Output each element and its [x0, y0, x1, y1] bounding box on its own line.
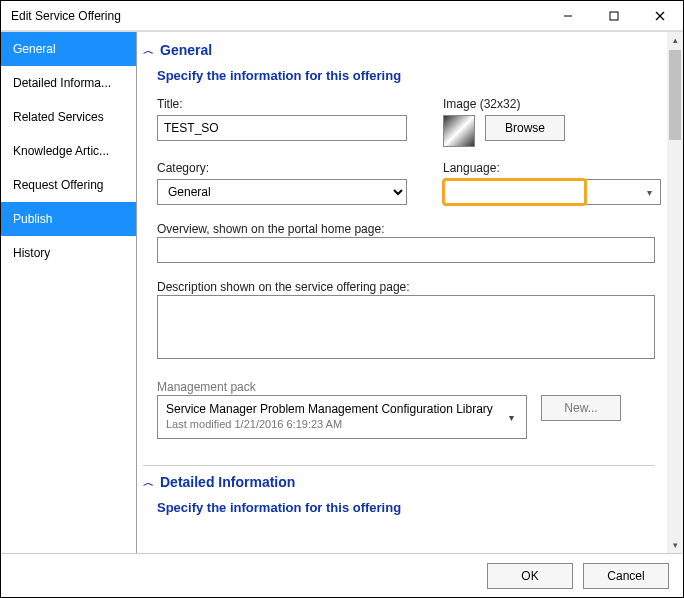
chevron-up-icon: ︿	[143, 43, 154, 58]
new-mp-button[interactable]: New...	[541, 395, 621, 421]
title-label: Title:	[157, 97, 417, 111]
chevron-up-icon: ︿	[143, 475, 154, 490]
scroll-down-icon[interactable]: ▾	[667, 537, 683, 553]
section-subtitle: Specify the information for this offerin…	[143, 494, 655, 523]
language-label: Language:	[443, 161, 661, 175]
management-pack-label: Management pack	[157, 380, 256, 394]
scroll-up-icon[interactable]: ▴	[667, 32, 683, 48]
scrollbar-thumb[interactable]	[669, 50, 681, 140]
svg-rect-1	[610, 12, 618, 20]
section-divider	[143, 465, 655, 466]
section-subtitle: Specify the information for this offerin…	[143, 62, 655, 97]
description-input[interactable]	[157, 295, 655, 359]
sidebar-item-knowledge-articles[interactable]: Knowledge Artic...	[1, 134, 136, 168]
sidebar-item-history[interactable]: History	[1, 236, 136, 270]
sidebar-item-publish[interactable]: Publish	[1, 202, 136, 236]
management-pack-name: Service Manager Problem Management Confi…	[166, 402, 505, 417]
sidebar-item-request-offering[interactable]: Request Offering	[1, 168, 136, 202]
dialog-footer: OK Cancel	[1, 553, 683, 597]
overview-label: Overview, shown on the portal home page:	[157, 222, 384, 236]
management-pack-select[interactable]: Service Manager Problem Management Confi…	[157, 395, 527, 439]
content-pane: ︿ General Specify the information for th…	[137, 32, 667, 553]
ok-button[interactable]: OK	[487, 563, 573, 589]
scrollbar[interactable]: ▴ ▾	[667, 32, 683, 553]
cancel-button[interactable]: Cancel	[583, 563, 669, 589]
minimize-button[interactable]	[545, 1, 591, 31]
image-label: Image (32x32)	[443, 97, 655, 111]
description-label: Description shown on the service offerin…	[157, 280, 410, 294]
title-input[interactable]	[157, 115, 407, 141]
browse-button[interactable]: Browse	[485, 115, 565, 141]
maximize-button[interactable]	[591, 1, 637, 31]
highlight-box	[442, 178, 587, 206]
sidebar-item-general[interactable]: General	[1, 32, 136, 66]
sidebar-item-detailed-information[interactable]: Detailed Informa...	[1, 66, 136, 100]
category-label: Category:	[157, 161, 417, 175]
title-bar: Edit Service Offering	[1, 1, 683, 31]
chevron-down-icon: ▾	[647, 187, 652, 198]
management-pack-modified: Last modified 1/21/2016 6:19:23 AM	[166, 417, 505, 432]
section-header-detailed[interactable]: ︿ Detailed Information	[143, 472, 655, 494]
section-title: Detailed Information	[160, 474, 295, 490]
section-title: General	[160, 42, 212, 58]
chevron-down-icon: ▾	[505, 412, 518, 423]
window-title: Edit Service Offering	[11, 9, 545, 23]
image-thumbnail	[443, 115, 475, 147]
language-select[interactable]: ▾	[443, 179, 661, 205]
section-header-general[interactable]: ︿ General	[143, 40, 655, 62]
overview-input[interactable]	[157, 237, 655, 263]
sidebar: General Detailed Informa... Related Serv…	[1, 32, 137, 553]
sidebar-item-related-services[interactable]: Related Services	[1, 100, 136, 134]
category-select[interactable]: General	[157, 179, 407, 205]
close-button[interactable]	[637, 1, 683, 31]
